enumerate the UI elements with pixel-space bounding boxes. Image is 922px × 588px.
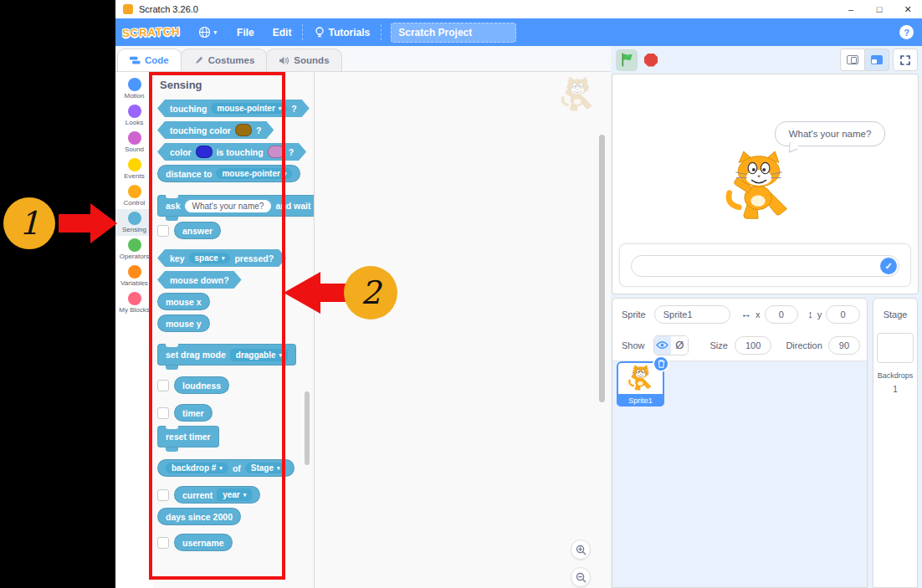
green-flag-button[interactable]	[616, 49, 638, 71]
category-sensing[interactable]: Sensing	[115, 209, 153, 236]
sprite-row-2: Show Ø Size	[612, 330, 867, 360]
annotation-arrow-2	[282, 270, 352, 315]
file-menu[interactable]: File	[229, 18, 262, 46]
zoom-out-icon	[576, 572, 586, 583]
direction-label: Direction	[786, 340, 822, 350]
ask-input[interactable]	[640, 258, 870, 274]
large-stage-icon	[871, 55, 883, 64]
close-button[interactable]: ✕	[894, 0, 922, 18]
zoom-out-button[interactable]	[571, 567, 591, 587]
annotation-step-1: 1	[3, 197, 55, 249]
large-stage-button[interactable]	[865, 49, 889, 71]
canvas-scrollbar[interactable]	[599, 135, 605, 402]
tab-costumes[interactable]: Costumes	[181, 49, 268, 71]
lightbulb-icon	[315, 27, 325, 38]
sprite-label: Sprite	[622, 309, 646, 320]
checkmark-icon: ✓	[884, 261, 892, 272]
title-bar: Scratch 3.26.0 – □ ✕	[115, 0, 922, 19]
tab-code[interactable]: Code	[117, 49, 182, 71]
stage[interactable]: What's your name? ✓	[612, 74, 919, 294]
annotation-highlight-rect	[149, 72, 285, 580]
tab-bar: CodeCostumesSounds	[115, 46, 611, 71]
category-variables[interactable]: Variables	[115, 263, 153, 289]
small-stage-button[interactable]	[840, 49, 865, 71]
x-label: x	[756, 309, 761, 320]
code-canvas[interactable]	[315, 72, 611, 588]
tutorials-menu[interactable]: Tutorials	[307, 18, 377, 46]
edit-menu[interactable]: Edit	[265, 18, 300, 46]
globe-icon	[198, 26, 211, 38]
help-icon[interactable]: ?	[899, 25, 914, 39]
category-motion[interactable]: Motion	[115, 75, 153, 102]
small-stage-icon	[847, 55, 858, 64]
backdrop-thumbnail[interactable]	[877, 333, 914, 363]
category-label: Variables	[120, 279, 148, 287]
eye-slash-icon: Ø	[675, 339, 684, 351]
backdrops-count: 1	[873, 385, 917, 394]
stage-panel-title: Stage	[873, 309, 917, 320]
category-color-dot	[128, 158, 141, 171]
tutorials-label: Tutorials	[328, 27, 370, 38]
backdrops-label: Backdrops	[873, 371, 917, 380]
code-icon	[130, 56, 141, 65]
category-color-dot	[128, 185, 141, 198]
tab-sounds[interactable]: Sounds	[266, 49, 341, 71]
sounds-icon	[279, 56, 289, 65]
show-button[interactable]	[654, 336, 671, 355]
language-menu[interactable]: ▾	[191, 18, 225, 46]
size-input[interactable]: 100	[735, 336, 772, 355]
stop-button[interactable]	[644, 54, 658, 67]
category-sound[interactable]: Sound	[115, 129, 153, 156]
category-my-blocks[interactable]: My Blocks	[115, 289, 153, 316]
sprite-thumbnail-cat	[627, 365, 655, 391]
menu-divider	[302, 24, 304, 41]
sprite-name-input[interactable]: Sprite1	[654, 305, 730, 324]
category-label: Motion	[124, 92, 144, 100]
fullscreen-button[interactable]	[893, 49, 918, 71]
category-operators[interactable]: Operators	[115, 236, 153, 263]
visibility-toggle: Ø	[653, 335, 689, 355]
chevron-down-icon: ▾	[214, 29, 218, 35]
category-color-dot	[128, 212, 141, 225]
ask-prompt-box: ✓	[619, 243, 911, 287]
speech-bubble: What's your name?	[775, 121, 885, 146]
category-label: My Blocks	[119, 306, 149, 314]
window-controls: – □ ✕	[837, 0, 922, 18]
category-color-dot	[128, 292, 141, 305]
x-input[interactable]: 0	[765, 305, 799, 324]
fullscreen-icon	[900, 55, 910, 65]
delete-sprite-button[interactable]	[653, 355, 669, 372]
block-text: ?	[291, 104, 296, 114]
palette-scrollbar[interactable]	[305, 391, 310, 465]
category-color-dot	[128, 265, 141, 279]
stage-sprite-cat[interactable]	[721, 151, 798, 222]
y-input[interactable]: 0	[826, 305, 860, 324]
stage-selector-panel[interactable]: Stage Backdrops 1	[873, 298, 918, 588]
x-position-icon: ↔	[740, 308, 751, 320]
ask-submit-button[interactable]: ✓	[880, 258, 897, 274]
project-name-field[interactable]: Scratch Project	[391, 23, 516, 43]
zoom-in-icon	[576, 545, 586, 555]
category-color-dot	[128, 78, 141, 91]
category-label: Looks	[125, 119, 143, 126]
maximize-button[interactable]: □	[865, 0, 894, 18]
sprite-thumbnail[interactable]: Sprite1	[617, 361, 664, 406]
category-label: Control	[124, 199, 146, 207]
minimize-button[interactable]: –	[837, 0, 865, 18]
menu-bar: SCRATCH ▾ File Edit Tutorials Scr	[115, 18, 922, 46]
direction-input[interactable]: 90	[828, 336, 860, 355]
y-label: y	[817, 309, 822, 320]
tab-label: Code	[145, 55, 169, 65]
category-label: Sound	[125, 146, 144, 153]
category-looks[interactable]: Looks	[115, 102, 153, 129]
tab-label: Costumes	[208, 55, 255, 65]
annotation-arrow-1	[59, 201, 119, 246]
category-events[interactable]: Events	[115, 156, 153, 182]
ask-input-wrap: ✓	[631, 255, 899, 277]
sprite-row-1: Sprite Sprite1 ↔ x 0 ↕ y 0	[612, 299, 867, 330]
sprite-panel: Sprite Sprite1 ↔ x 0 ↕ y 0 Show	[612, 298, 868, 588]
category-control[interactable]: Control	[115, 182, 153, 209]
app-icon	[123, 4, 133, 14]
hide-button[interactable]: Ø	[671, 336, 688, 355]
zoom-in-button[interactable]	[571, 539, 591, 560]
